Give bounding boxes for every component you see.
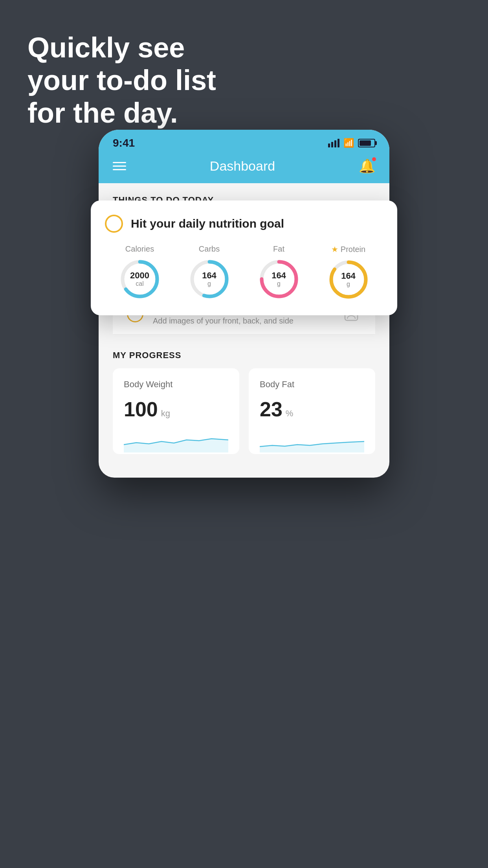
progress-title: MY PROGRESS — [113, 350, 375, 360]
nutrition-protein: ★ Protein 164 g — [327, 245, 370, 301]
carbs-label: Carbs — [199, 245, 220, 254]
body-fat-chart — [260, 429, 364, 452]
fat-value: 164 — [272, 271, 286, 280]
body-weight-card[interactable]: Body Weight 100 kg — [113, 368, 239, 454]
nutrition-card: Hit your daily nutrition goal Calories 2… — [91, 200, 397, 315]
todo-sub-photos: Add images of your front, back, and side — [153, 316, 332, 326]
hamburger-menu[interactable] — [113, 162, 126, 170]
body-weight-unit: kg — [161, 408, 170, 419]
fat-unit: g — [272, 280, 286, 287]
wifi-icon: 📶 — [343, 138, 354, 148]
status-icons: 📶 — [328, 138, 375, 148]
star-icon: ★ — [331, 245, 338, 254]
protein-value: 164 — [341, 271, 356, 281]
body-fat-unit: % — [286, 408, 294, 419]
nutrition-carbs: Carbs 164 g — [188, 245, 231, 301]
fat-label: Fat — [273, 245, 284, 254]
body-weight-label: Body Weight — [124, 379, 228, 390]
carbs-unit: g — [202, 280, 216, 287]
status-time: 9:41 — [113, 137, 135, 149]
body-weight-number: 100 — [124, 397, 158, 421]
protein-donut: 164 g — [327, 258, 370, 301]
protein-label: ★ Protein — [331, 245, 365, 254]
body-fat-card[interactable]: Body Fat 23 % — [249, 368, 375, 454]
signal-icon — [328, 139, 339, 147]
body-fat-value-row: 23 % — [260, 397, 364, 421]
nutrition-row: Calories 2000 cal Carbs — [105, 245, 383, 301]
hero-text: Quickly see your to-do list for the day. — [28, 31, 216, 129]
nutrition-fat: Fat 164 g — [257, 245, 301, 301]
protein-unit: g — [341, 281, 356, 288]
calories-donut: 2000 cal — [118, 257, 161, 301]
progress-section: MY PROGRESS Body Weight 100 kg Body Fat … — [99, 335, 389, 462]
status-bar: 9:41 📶 — [99, 130, 389, 153]
calories-unit: cal — [130, 280, 149, 287]
nutrition-card-title: Hit your daily nutrition goal — [131, 217, 284, 230]
body-weight-chart — [124, 429, 228, 452]
fat-donut: 164 g — [257, 257, 301, 301]
body-fat-label: Body Fat — [260, 379, 364, 390]
body-fat-number: 23 — [260, 397, 283, 421]
header-title: Dashboard — [210, 158, 275, 174]
body-weight-value-row: 100 kg — [124, 397, 228, 421]
nutrition-calories: Calories 2000 cal — [118, 245, 161, 301]
nutrition-radio[interactable] — [105, 215, 123, 233]
calories-value: 2000 — [130, 271, 149, 280]
battery-icon — [358, 139, 375, 147]
phone-bottom — [99, 462, 389, 478]
carbs-donut: 164 g — [188, 257, 231, 301]
carbs-value: 164 — [202, 271, 216, 280]
notification-bell[interactable]: 🔔 — [359, 158, 375, 174]
app-header: Dashboard 🔔 — [99, 153, 389, 183]
card-header: Hit your daily nutrition goal — [105, 215, 383, 233]
calories-label: Calories — [125, 245, 154, 254]
notification-dot — [371, 156, 377, 162]
progress-cards: Body Weight 100 kg Body Fat 23 % — [113, 368, 375, 454]
